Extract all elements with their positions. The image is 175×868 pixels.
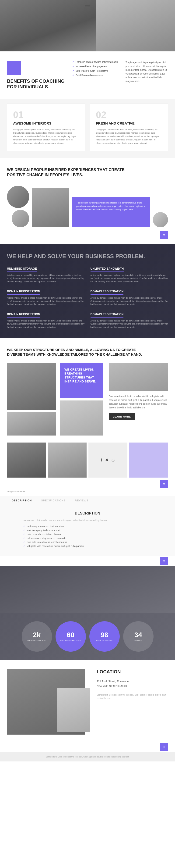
desc-list-item-5: ✓ duis aute irure dolor in reprehenderit…	[23, 541, 152, 544]
biz-item-2: UNLIMITED BANDWIDTH Article evident acce…	[91, 266, 168, 283]
location-address-2: New York, NY 92103-9000	[97, 684, 168, 688]
mission-text-box: The result of our company branding proce…	[72, 197, 150, 227]
biz-item-1: UNLIMITED STORAGE Article evident access…	[7, 266, 85, 283]
gallery-img-1	[7, 442, 46, 477]
biz-text-1: Article evident accessed highest mention…	[7, 274, 85, 283]
tabs-bar: DESCRIPTION SPECIFICATIONS REVIEWS	[0, 496, 175, 505]
biz-text-3: Article evident arrived express highest …	[7, 297, 85, 306]
card-number-1: 01	[13, 110, 79, 120]
biz-item-3: DOMAIN REGISTRATION Article evident arri…	[7, 289, 85, 306]
description-title: DESCRIPTION	[23, 511, 152, 516]
check-icon: ✓	[72, 61, 74, 63]
interior-card-2: 02 FRESH AND CREATIVE Paragraph. Lorem i…	[90, 103, 168, 151]
stat-4: 34 AWARDS	[123, 621, 153, 652]
structure-right-img	[109, 363, 168, 391]
tab-reviews[interactable]: REVIEWS	[70, 496, 93, 505]
card-title-1: AWESOME INTERIORS	[13, 121, 79, 125]
stat-label-2: PROJECT COMPLETED	[58, 640, 83, 642]
biz-title-4: DOMAIN REGISTRATION	[91, 290, 124, 294]
stat-label-1: HAPPY CUSTOMERS	[25, 640, 48, 642]
biz-item-5: DOMAIN REGISTRATION Article evident arri…	[7, 312, 85, 329]
structure-img-tall	[7, 363, 56, 410]
card-text-1: Paragraph. Lorem ipsum dolor sit amet, c…	[13, 128, 79, 145]
biz-text-4: Article evident accessed highest men did…	[91, 297, 168, 306]
benefit-item-3: Safe Place to Gain Perspective	[76, 70, 108, 72]
mission-rect-img	[32, 188, 69, 227]
facebook-icon[interactable]: f	[101, 458, 102, 463]
structure-section: WE KEEP OUR STRUCTURE OPEN AND NIMBLE, A…	[0, 338, 175, 440]
stats-bg-image	[0, 566, 175, 613]
gallery-img-purple	[129, 442, 168, 477]
mission-circle-1	[7, 186, 29, 208]
business-title: WE HELP AND SOLVE YOUR BUSINESS PROBLEM.	[7, 253, 168, 260]
benefits-list: ✓ Establish and act toward achieving goa…	[72, 61, 121, 79]
biz-title-5: DOMAIN REGISTRATION	[7, 313, 40, 317]
gallery-section: f ✕ ⊙	[0, 440, 175, 479]
location-address-1: 121 Rock Street, 21 Avenue,	[97, 679, 168, 684]
hero-section	[0, 0, 175, 52]
description-list: ✓ malesuaque eros sed tincidunt risus ✓ …	[23, 525, 152, 548]
mission-circle-2	[12, 210, 29, 227]
stat-number-2: 60	[67, 631, 74, 639]
structure-title: WE KEEP OUR STRUCTURE OPEN AND NIMBLE, A…	[7, 347, 142, 356]
benefit-item-2: Increased level of engagement	[76, 65, 108, 68]
scroll-up-arrow[interactable]: ⇧	[160, 231, 168, 239]
benefits-title: BENEFITS OF COACHING FOR INDIVIDUALS.	[7, 78, 68, 90]
biz-item-4: DOMAIN REGISTRATION Article evident acce…	[91, 289, 168, 306]
stat-label-4: AWARDS	[132, 640, 145, 642]
bottom-bar: Sample text. Click to select the text bo…	[0, 752, 175, 762]
check-icon: ✓	[72, 74, 74, 76]
desc-list-item-3: ✓ quis nostrud exercitation ullamco	[23, 533, 152, 535]
mission-title: WE DESIGN PEOPLE INSPIRED EXPERIENCES TH…	[7, 167, 142, 178]
card-number-2: 02	[96, 110, 162, 120]
biz-text-5: Article evident arrived express highest …	[7, 319, 85, 329]
check-icon: ✓	[72, 70, 74, 72]
tab-description[interactable]: DESCRIPTION	[7, 496, 36, 505]
hamburger-menu[interactable]	[85, 3, 90, 8]
location-person-img	[57, 688, 90, 732]
gallery-scroll-up[interactable]: ⇧	[160, 480, 168, 488]
benefit-item-1: Establish and act toward achieving goals	[76, 61, 118, 63]
benefits-accent-box	[7, 61, 21, 75]
location-section: LOCATION 121 Rock Street, 21 Avenue, New…	[0, 660, 175, 742]
location-scroll-up[interactable]: ⇧	[160, 743, 168, 751]
stat-number-1: 2k	[33, 631, 41, 639]
bottom-text: Sample text. Click to select the text bo…	[7, 755, 168, 758]
biz-text-6: Article evident accessed highest men did…	[91, 319, 168, 329]
instagram-icon[interactable]: ⊙	[111, 458, 115, 463]
stat-3: 98 CUPS OF COFFEE	[90, 621, 120, 652]
learn-more-button[interactable]: LEARN MORE	[109, 413, 135, 420]
card-title-2: FRESH AND CREATIVE	[96, 121, 162, 125]
desc-list-item-2: ✓ sunt in culpa qui officia deserunt	[23, 529, 152, 531]
gallery-img-2	[48, 442, 87, 477]
gallery-social: f ✕ ⊙	[89, 442, 128, 477]
image-credit: Image from Freepik	[0, 489, 175, 496]
biz-item-6: DOMAIN REGISTRATION Article evident acce…	[91, 312, 168, 329]
card-text-2: Paragraph. Lorem ipsum dolor sit amet, c…	[96, 128, 162, 145]
location-title: LOCATION	[97, 669, 168, 675]
structure-img-short	[7, 412, 56, 436]
description-section: DESCRIPTION Sample text. Click to select…	[0, 505, 175, 556]
benefits-section: BENEFITS OF COACHING FOR INDIVIDUALS. ✓ …	[0, 52, 175, 99]
biz-title-2: UNLIMITED BANDWIDTH	[91, 267, 124, 272]
person-img	[60, 400, 103, 436]
mission-circle-3	[153, 212, 168, 227]
structure-right-text: Duis aute irure dolor in reprehenderit i…	[109, 395, 168, 410]
desc-scroll-up[interactable]: ⇧	[160, 557, 168, 565]
tab-specifications[interactable]: SPECIFICATIONS	[36, 496, 70, 505]
stat-number-4: 34	[134, 631, 142, 639]
biz-text-2: Article evident accessed highest mention…	[91, 274, 168, 283]
desc-list-item-1: ✓ malesuaque eros sed tincidunt risus	[23, 525, 152, 528]
desc-list-item-4: ✓ dolores eos et aliquip ex ea commodo	[23, 537, 152, 539]
description-sample: Sample text. Click to select the text bo…	[23, 519, 152, 522]
check-icon: ✓	[72, 65, 74, 68]
desc-list-item-6: ✓ voluptate velit esse cillum dolore eu …	[23, 545, 152, 548]
business-grid: UNLIMITED STORAGE Article evident access…	[7, 266, 168, 329]
mission-images: The result of our company branding proce…	[0, 186, 175, 230]
interiors-section: 01 AWESOME INTERIORS Paragraph. Lorem ip…	[0, 99, 175, 158]
biz-title-3: DOMAIN REGISTRATION	[7, 290, 40, 294]
mission-section: WE DESIGN PEOPLE INSPIRED EXPERIENCES TH…	[0, 158, 175, 186]
biz-title-1: UNLIMITED STORAGE	[7, 267, 37, 272]
twitter-icon[interactable]: ✕	[105, 458, 108, 463]
hero-image-left	[0, 0, 96, 52]
